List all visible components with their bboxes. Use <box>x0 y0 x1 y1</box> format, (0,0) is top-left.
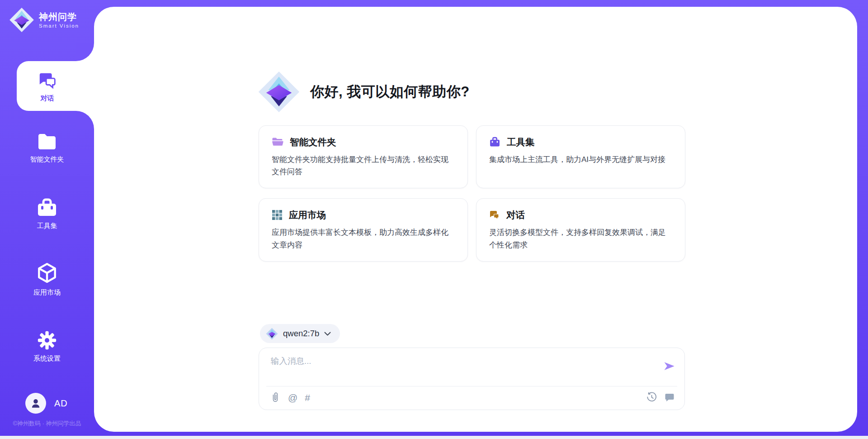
sidebar-item-smart-folder[interactable]: 智能文件夹 <box>0 132 94 164</box>
sidebar-item-toolbox[interactable]: 工具集 <box>0 198 94 230</box>
chat-icon <box>489 210 500 220</box>
card-title: 应用市场 <box>289 209 326 221</box>
composer-divider <box>266 386 677 387</box>
gem-logo-icon <box>258 71 300 113</box>
card-smart-folder[interactable]: 智能文件夹 智能文件夹功能支持批量文件上传与清洗，轻松实现文件问答 <box>259 125 468 188</box>
card-title: 工具集 <box>507 136 535 148</box>
card-title: 对话 <box>506 209 525 221</box>
card-app-market[interactable]: 应用市场 应用市场提供丰富长文本模板，助力高效生成多样化文章内容 <box>259 198 468 261</box>
card-toolbox[interactable]: 工具集 集成市场上主流工具，助力AI与外界无缝扩展与对接 <box>476 125 685 188</box>
copyright-text: ©神州数码 · 神州问学出品 <box>0 420 94 428</box>
gem-logo-icon <box>9 7 34 33</box>
card-description: 灵活切换多模型文件，支持多样回复效果调试，满足个性化需求 <box>489 226 672 251</box>
message-composer: @ # <box>259 348 685 410</box>
active-tab-bottom-fillet <box>76 111 94 129</box>
card-chat[interactable]: 对话 灵活切换多模型文件，支持多样回复效果调试，满足个性化需求 <box>476 198 685 261</box>
hashtag-icon[interactable]: # <box>305 393 310 402</box>
toolbox-icon <box>489 137 500 148</box>
folder-icon <box>272 137 283 148</box>
folder-icon <box>36 132 58 151</box>
brand-logo: 神州问学 Smart Vision <box>9 7 79 33</box>
bottom-edge <box>0 436 868 439</box>
sidebar: 神州问学 Smart Vision 对话 智能文件夹 工具集 应用市场 <box>0 0 94 436</box>
greeting: 你好, 我可以如何帮助你? <box>258 71 470 113</box>
user-profile[interactable]: AD <box>25 393 68 414</box>
toolbox-icon <box>36 198 58 218</box>
sidebar-item-chat[interactable]: 对话 <box>17 61 94 111</box>
brand-text: 神州问学 Smart Vision <box>39 12 79 29</box>
user-initials: AD <box>54 398 68 409</box>
chat-bubble-icon[interactable] <box>664 392 675 403</box>
model-selector[interactable]: qwen2:7b <box>260 324 340 343</box>
sidebar-item-label: 系统设置 <box>33 354 61 363</box>
gem-logo-icon <box>266 328 278 340</box>
active-tab-top-fillet <box>76 43 94 61</box>
avatar <box>25 393 46 414</box>
sidebar-item-app-market[interactable]: 应用市场 <box>0 262 94 297</box>
card-title: 智能文件夹 <box>290 136 336 148</box>
message-input[interactable] <box>259 348 684 384</box>
grid-icon <box>272 210 283 220</box>
card-description: 智能文件夹功能支持批量文件上传与清洗，轻松实现文件问答 <box>272 153 455 178</box>
attachment-icon[interactable] <box>270 391 281 403</box>
send-icon[interactable] <box>663 360 675 372</box>
sidebar-item-settings[interactable]: 系统设置 <box>0 330 94 363</box>
sidebar-item-label: 智能文件夹 <box>30 155 64 164</box>
cube-icon <box>36 262 58 284</box>
brand-name: 神州问学 <box>39 12 79 22</box>
composer-toolbar-left: @ # <box>270 391 310 403</box>
history-icon[interactable] <box>646 391 657 403</box>
brand-subtitle: Smart Vision <box>39 23 79 29</box>
composer-toolbar-right <box>646 391 675 403</box>
person-icon <box>30 397 42 409</box>
card-description: 集成市场上主流工具，助力AI与外界无缝扩展与对接 <box>489 153 672 166</box>
sidebar-item-label: 工具集 <box>37 222 57 230</box>
model-label: qwen2:7b <box>283 329 319 339</box>
greeting-text: 你好, 我可以如何帮助你? <box>310 82 470 101</box>
card-description: 应用市场提供丰富长文本模板，助力高效生成多样化文章内容 <box>272 226 455 251</box>
sidebar-item-label: 对话 <box>41 94 54 103</box>
sidebar-item-label: 应用市场 <box>33 288 61 297</box>
mention-icon[interactable]: @ <box>288 393 297 402</box>
gear-icon <box>37 330 57 350</box>
feature-cards: 智能文件夹 智能文件夹功能支持批量文件上传与清洗，轻松实现文件问答 工具集 集成… <box>259 125 685 262</box>
chat-icon <box>37 70 58 91</box>
chevron-down-icon <box>324 332 331 336</box>
